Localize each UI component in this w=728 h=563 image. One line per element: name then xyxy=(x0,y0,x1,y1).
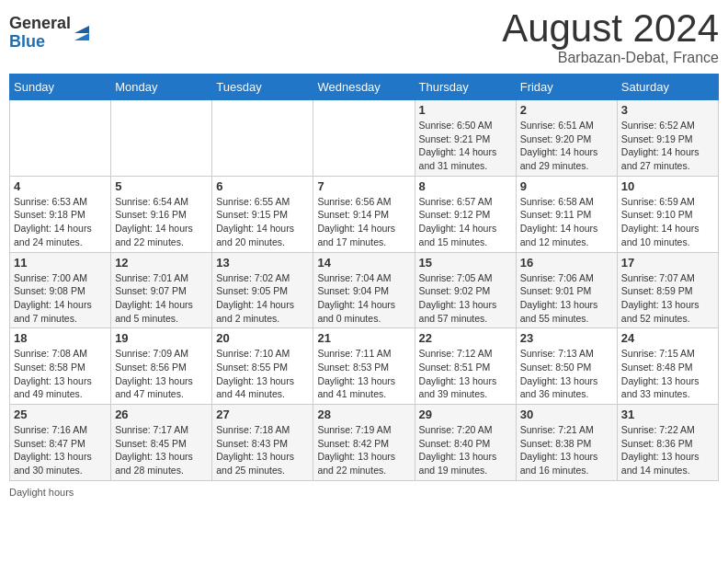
day-info: Sunrise: 7:15 AMSunset: 8:48 PMDaylight:… xyxy=(621,347,714,401)
day-number: 27 xyxy=(216,408,309,421)
day-info: Sunrise: 6:50 AMSunset: 9:21 PMDaylight:… xyxy=(419,119,512,173)
day-info: Sunrise: 7:05 AMSunset: 9:02 PMDaylight:… xyxy=(419,271,512,326)
calendar-cell: 29Sunrise: 7:20 AMSunset: 8:40 PMDayligh… xyxy=(415,405,516,481)
day-number: 7 xyxy=(317,179,410,193)
calendar-cell: 12Sunrise: 7:01 AMSunset: 9:07 PMDayligh… xyxy=(111,252,212,328)
day-info: Sunrise: 7:21 AMSunset: 8:38 PMDaylight:… xyxy=(520,423,613,477)
day-number: 11 xyxy=(14,256,107,270)
day-number: 29 xyxy=(419,408,512,421)
calendar-cell: 28Sunrise: 7:19 AMSunset: 8:42 PMDayligh… xyxy=(313,405,415,481)
calendar-cell xyxy=(212,100,313,177)
logo-general-text: General xyxy=(9,15,71,33)
day-number: 2 xyxy=(520,103,613,117)
calendar-cell: 3Sunrise: 6:52 AMSunset: 9:19 PMDaylight… xyxy=(617,100,718,177)
daylight-label: Daylight hours xyxy=(9,487,74,498)
day-number: 3 xyxy=(621,103,714,117)
day-info: Sunrise: 7:04 AMSunset: 9:04 PMDaylight:… xyxy=(317,271,410,326)
day-number: 15 xyxy=(419,256,512,270)
svg-marker-1 xyxy=(74,26,89,33)
calendar-cell xyxy=(10,100,111,177)
day-info: Sunrise: 7:01 AMSunset: 9:07 PMDaylight:… xyxy=(115,271,208,326)
footer-note: Daylight hours xyxy=(9,487,719,498)
title-area: August 2024 Barbazan-Debat, France xyxy=(502,9,719,66)
week-row-4: 18Sunrise: 7:08 AMSunset: 8:58 PMDayligh… xyxy=(10,328,719,405)
day-number: 17 xyxy=(621,256,714,270)
day-info: Sunrise: 6:57 AMSunset: 9:12 PMDaylight:… xyxy=(419,195,512,249)
week-row-2: 4Sunrise: 6:53 AMSunset: 9:18 PMDaylight… xyxy=(10,176,719,252)
logo: General Blue xyxy=(9,15,91,52)
day-info: Sunrise: 7:20 AMSunset: 8:40 PMDaylight:… xyxy=(419,423,512,477)
weekday-header-sunday: Sunday xyxy=(10,75,111,100)
calendar-cell: 30Sunrise: 7:21 AMSunset: 8:38 PMDayligh… xyxy=(516,405,617,481)
day-number: 21 xyxy=(317,331,410,345)
calendar-cell: 7Sunrise: 6:56 AMSunset: 9:14 PMDaylight… xyxy=(313,176,415,252)
day-number: 31 xyxy=(621,408,714,421)
calendar-cell: 15Sunrise: 7:05 AMSunset: 9:02 PMDayligh… xyxy=(415,252,516,328)
day-info: Sunrise: 6:55 AMSunset: 9:15 PMDaylight:… xyxy=(216,195,309,249)
weekday-header-wednesday: Wednesday xyxy=(313,75,415,100)
day-info: Sunrise: 7:06 AMSunset: 9:01 PMDaylight:… xyxy=(520,271,613,326)
week-row-3: 11Sunrise: 7:00 AMSunset: 9:08 PMDayligh… xyxy=(10,252,719,328)
day-number: 22 xyxy=(419,331,512,345)
calendar-cell: 22Sunrise: 7:12 AMSunset: 8:51 PMDayligh… xyxy=(415,328,516,405)
day-number: 10 xyxy=(621,179,714,193)
day-number: 30 xyxy=(520,408,613,421)
logo-blue-text: Blue xyxy=(9,33,71,52)
week-row-5: 25Sunrise: 7:16 AMSunset: 8:47 PMDayligh… xyxy=(10,405,719,481)
week-row-1: 1Sunrise: 6:50 AMSunset: 9:21 PMDaylight… xyxy=(10,100,719,177)
day-info: Sunrise: 7:07 AMSunset: 8:59 PMDaylight:… xyxy=(621,271,714,326)
calendar-cell: 31Sunrise: 7:22 AMSunset: 8:36 PMDayligh… xyxy=(617,405,718,481)
day-number: 6 xyxy=(216,179,309,193)
day-info: Sunrise: 7:17 AMSunset: 8:45 PMDaylight:… xyxy=(115,423,208,477)
calendar-cell: 10Sunrise: 6:59 AMSunset: 9:10 PMDayligh… xyxy=(617,176,718,252)
calendar-cell: 27Sunrise: 7:18 AMSunset: 8:43 PMDayligh… xyxy=(212,405,313,481)
day-number: 16 xyxy=(520,256,613,270)
day-number: 28 xyxy=(317,408,410,421)
calendar-cell: 25Sunrise: 7:16 AMSunset: 8:47 PMDayligh… xyxy=(10,405,111,481)
day-info: Sunrise: 7:12 AMSunset: 8:51 PMDaylight:… xyxy=(419,347,512,401)
day-info: Sunrise: 6:59 AMSunset: 9:10 PMDaylight:… xyxy=(621,195,714,249)
day-info: Sunrise: 7:13 AMSunset: 8:50 PMDaylight:… xyxy=(520,347,613,401)
day-number: 24 xyxy=(621,331,714,345)
weekday-header-monday: Monday xyxy=(111,75,212,100)
day-info: Sunrise: 7:16 AMSunset: 8:47 PMDaylight:… xyxy=(14,423,107,477)
location-title: Barbazan-Debat, France xyxy=(502,50,719,66)
day-number: 23 xyxy=(520,331,613,345)
svg-marker-0 xyxy=(74,33,89,40)
calendar-cell: 14Sunrise: 7:04 AMSunset: 9:04 PMDayligh… xyxy=(313,252,415,328)
calendar-cell: 21Sunrise: 7:11 AMSunset: 8:53 PMDayligh… xyxy=(313,328,415,405)
weekday-header-row: SundayMondayTuesdayWednesdayThursdayFrid… xyxy=(10,75,719,100)
day-number: 12 xyxy=(115,256,208,270)
calendar-cell: 16Sunrise: 7:06 AMSunset: 9:01 PMDayligh… xyxy=(516,252,617,328)
day-number: 14 xyxy=(317,256,410,270)
day-number: 8 xyxy=(419,179,512,193)
day-info: Sunrise: 7:08 AMSunset: 8:58 PMDaylight:… xyxy=(14,347,107,401)
month-title: August 2024 xyxy=(502,9,719,48)
day-info: Sunrise: 7:10 AMSunset: 8:55 PMDaylight:… xyxy=(216,347,309,401)
calendar-cell: 6Sunrise: 6:55 AMSunset: 9:15 PMDaylight… xyxy=(212,176,313,252)
day-number: 26 xyxy=(115,408,208,421)
calendar-cell: 9Sunrise: 6:58 AMSunset: 9:11 PMDaylight… xyxy=(516,176,617,252)
weekday-header-tuesday: Tuesday xyxy=(212,75,313,100)
day-info: Sunrise: 7:18 AMSunset: 8:43 PMDaylight:… xyxy=(216,423,309,477)
calendar-cell xyxy=(111,100,212,177)
calendar-cell: 4Sunrise: 6:53 AMSunset: 9:18 PMDaylight… xyxy=(10,176,111,252)
weekday-header-saturday: Saturday xyxy=(617,75,718,100)
calendar-cell: 11Sunrise: 7:00 AMSunset: 9:08 PMDayligh… xyxy=(10,252,111,328)
calendar-cell: 19Sunrise: 7:09 AMSunset: 8:56 PMDayligh… xyxy=(111,328,212,405)
day-info: Sunrise: 7:02 AMSunset: 9:05 PMDaylight:… xyxy=(216,271,309,326)
day-info: Sunrise: 6:58 AMSunset: 9:11 PMDaylight:… xyxy=(520,195,613,249)
weekday-header-thursday: Thursday xyxy=(415,75,516,100)
logo-icon xyxy=(73,20,91,42)
day-number: 18 xyxy=(14,331,107,345)
day-info: Sunrise: 7:00 AMSunset: 9:08 PMDaylight:… xyxy=(14,271,107,326)
calendar-cell: 1Sunrise: 6:50 AMSunset: 9:21 PMDaylight… xyxy=(415,100,516,177)
calendar-cell: 26Sunrise: 7:17 AMSunset: 8:45 PMDayligh… xyxy=(111,405,212,481)
calendar-cell: 24Sunrise: 7:15 AMSunset: 8:48 PMDayligh… xyxy=(617,328,718,405)
day-info: Sunrise: 6:51 AMSunset: 9:20 PMDaylight:… xyxy=(520,119,613,173)
calendar-cell: 5Sunrise: 6:54 AMSunset: 9:16 PMDaylight… xyxy=(111,176,212,252)
day-info: Sunrise: 7:22 AMSunset: 8:36 PMDaylight:… xyxy=(621,423,714,477)
day-number: 20 xyxy=(216,331,309,345)
calendar-cell: 8Sunrise: 6:57 AMSunset: 9:12 PMDaylight… xyxy=(415,176,516,252)
day-number: 1 xyxy=(419,103,512,117)
